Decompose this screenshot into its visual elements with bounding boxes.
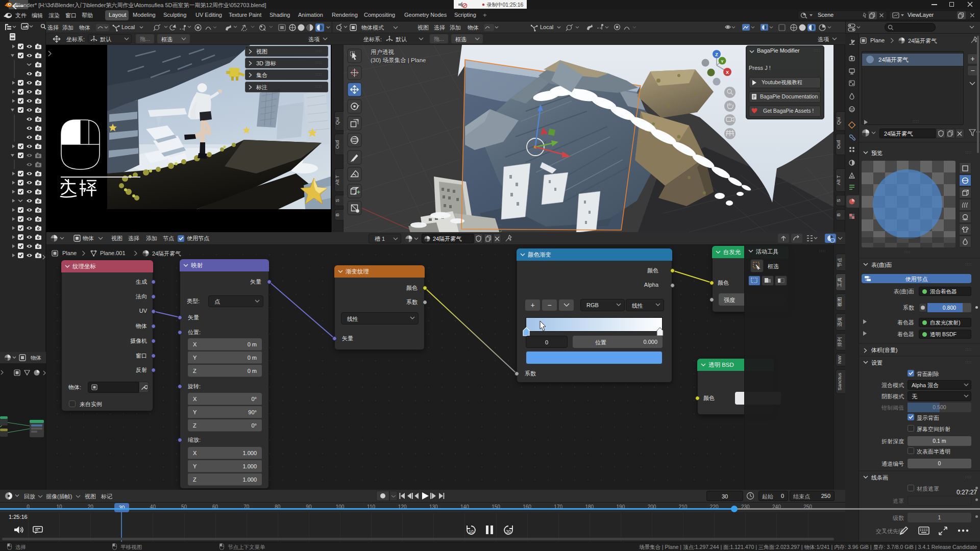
svg-text:Y: Y [721, 59, 724, 64]
svg-text:Z: Z [715, 52, 718, 57]
svg-text:X: X [726, 70, 729, 75]
svg-text:10: 10 [469, 529, 474, 534]
svg-text:Local: Local [540, 24, 553, 30]
svg-text:Local: Local [121, 24, 135, 30]
svg-text:30: 30 [506, 529, 511, 534]
